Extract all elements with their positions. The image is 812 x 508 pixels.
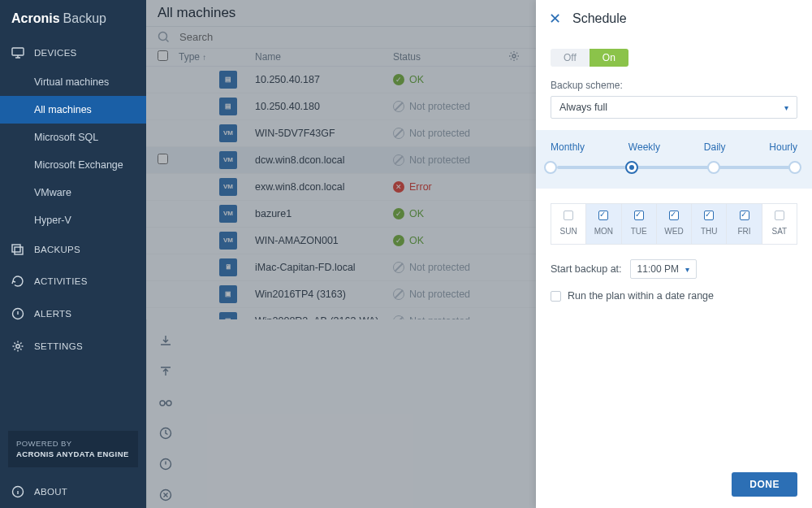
svg-point-4	[16, 345, 19, 348]
alert-icon	[158, 457, 173, 471]
search-icon	[158, 31, 170, 43]
day-sat[interactable]: SAT	[762, 204, 797, 244]
machine-name: Win2008R2_AB (3163-WA)	[255, 315, 393, 319]
brand-logo: Acronis Backup	[0, 0, 146, 37]
day-fri[interactable]: FRI	[727, 204, 762, 244]
close-button[interactable]: ✕	[549, 10, 561, 28]
machine-type-icon: ▤	[219, 98, 237, 115]
machine-status: Not protected	[393, 289, 495, 300]
gear-icon	[11, 340, 24, 353]
sidebar-item[interactable]: All machines	[0, 96, 146, 124]
machine-name: 10.250.40.187	[255, 74, 393, 85]
date-range-checkbox[interactable]	[551, 291, 561, 302]
nav-settings-label: SETTINGS	[34, 341, 83, 351]
rail-overview[interactable]	[153, 389, 179, 415]
nav-about[interactable]: ABOUT	[0, 475, 146, 508]
svg-rect-1	[12, 245, 20, 252]
gear-icon[interactable]	[508, 50, 520, 62]
freq-knob[interactable]	[625, 161, 638, 174]
freq-knob[interactable]	[707, 161, 720, 174]
col-status[interactable]: Status	[393, 51, 495, 63]
sidebar-item[interactable]: Microsoft SQL	[0, 124, 146, 151]
machine-status: Not protected	[393, 262, 495, 273]
machine-name: 10.250.40.180	[255, 101, 393, 112]
day-sun[interactable]: SUN	[551, 204, 586, 244]
monitor-icon	[11, 47, 24, 59]
nav-alerts[interactable]: ALERTS	[0, 297, 146, 330]
day-wed[interactable]: WED	[657, 204, 692, 244]
nav-backups[interactable]: BACKUPS	[0, 234, 146, 265]
frequency-track[interactable]	[551, 161, 797, 174]
sidebar-item[interactable]: Microsoft Exchange	[0, 151, 146, 179]
rail-delete[interactable]	[153, 482, 179, 508]
day-selector: SUNMONTUEWEDTHUFRISAT	[551, 203, 797, 245]
nav-activities[interactable]: ACTIVITIES	[0, 265, 146, 297]
scheme-value: Always full	[559, 102, 607, 113]
svg-point-12	[512, 54, 516, 58]
machine-type-icon: VM	[219, 178, 237, 196]
select-all-checkbox[interactable]	[158, 50, 168, 61]
sidebar-item[interactable]: Hyper-V	[0, 206, 146, 234]
machine-name: dcw.win8.dcon.local	[255, 154, 393, 166]
day-checkbox[interactable]	[775, 211, 784, 220]
toggle-on[interactable]: On	[590, 49, 628, 67]
machine-type-icon: VM	[219, 232, 237, 250]
day-checkbox[interactable]	[704, 211, 714, 220]
done-button[interactable]: DONE	[732, 472, 797, 497]
svg-point-13	[160, 401, 165, 406]
rail-alerts[interactable]	[153, 451, 179, 477]
day-checkbox[interactable]	[740, 211, 749, 220]
freq-option[interactable]: Weekly	[628, 141, 660, 153]
machine-type-icon: VM	[219, 205, 237, 223]
day-checkbox[interactable]	[669, 211, 679, 220]
chevron-down-icon: ▾	[784, 103, 788, 112]
day-checkbox[interactable]	[634, 211, 644, 220]
rail-download[interactable]	[153, 328, 179, 354]
day-mon[interactable]: MON	[586, 204, 621, 244]
freq-knob[interactable]	[788, 161, 801, 174]
sidebar-item[interactable]: VMware	[0, 179, 146, 206]
start-time-select[interactable]: 11:00 PM ▾	[630, 259, 697, 279]
delete-icon	[158, 488, 173, 502]
chevron-down-icon: ▾	[685, 265, 689, 274]
sidebar: Acronis Backup DEVICES Virtual machinesA…	[0, 0, 146, 508]
machine-name: WIN-AMAZON001	[255, 235, 393, 246]
nav-devices-label: DEVICES	[34, 48, 77, 58]
machine-type-icon: ▤	[219, 71, 237, 89]
day-checkbox[interactable]	[564, 211, 573, 220]
machine-type-icon: ▣	[219, 285, 237, 303]
row-checkbox[interactable]	[158, 154, 168, 164]
schedule-panel: ✕ Schedule Off On Backup scheme: Always …	[536, 0, 812, 508]
toggle-off[interactable]: Off	[551, 49, 590, 67]
nav-about-label: ABOUT	[34, 487, 67, 497]
freq-option[interactable]: Hourly	[769, 141, 797, 153]
nav-settings[interactable]: SETTINGS	[0, 330, 146, 363]
brand-name: Acronis	[11, 11, 60, 26]
day-tue[interactable]: TUE	[622, 204, 657, 244]
clock-icon	[158, 426, 173, 441]
freq-knob[interactable]	[544, 161, 557, 174]
nav-devices[interactable]: DEVICES	[0, 37, 146, 68]
col-name[interactable]: Name	[255, 51, 393, 63]
action-rail	[146, 319, 184, 508]
day-checkbox[interactable]	[598, 211, 608, 220]
rail-recover[interactable]	[153, 358, 179, 384]
nav-activities-label: ACTIVITIES	[34, 276, 88, 286]
day-thu[interactable]: THU	[692, 204, 727, 244]
info-icon	[11, 485, 24, 498]
scheme-select[interactable]: Always full ▾	[551, 96, 797, 119]
alerts-icon	[11, 307, 24, 320]
date-range-option[interactable]: Run the plan within a date range	[551, 290, 797, 302]
machine-name: iMac-Capitan-FD.local	[255, 262, 393, 273]
rail-activities[interactable]	[153, 420, 179, 446]
freq-option[interactable]: Monthly	[551, 141, 585, 153]
nav-backups-label: BACKUPS	[34, 245, 80, 254]
glasses-icon	[158, 397, 173, 407]
powered-l1: POWERED BY	[16, 439, 130, 449]
col-type[interactable]: Type ↑	[179, 51, 219, 63]
freq-option[interactable]: Daily	[704, 141, 726, 153]
machine-status: ✕Error	[393, 181, 495, 193]
date-range-label: Run the plan within a date range	[568, 290, 714, 302]
sidebar-item[interactable]: Virtual machines	[0, 68, 146, 96]
schedule-toggle[interactable]: Off On	[551, 49, 628, 67]
